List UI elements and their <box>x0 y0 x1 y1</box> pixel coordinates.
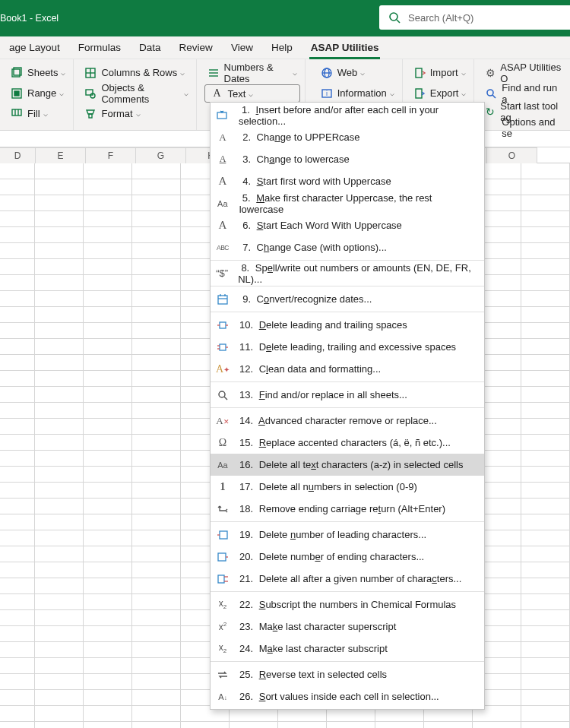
menu-item[interactable]: A4. Start first word with Uppercase <box>211 170 484 192</box>
cell[interactable] <box>84 483 132 499</box>
cell[interactable] <box>0 658 35 674</box>
menu-item[interactable]: A3. Change to lowercase <box>211 148 484 170</box>
cell[interactable] <box>35 419 84 435</box>
cell[interactable] <box>0 578 35 594</box>
tab-asap-utilities[interactable]: ASAP Utilities <box>302 36 388 59</box>
cell[interactable] <box>84 674 132 690</box>
cell[interactable] <box>132 291 181 307</box>
cell[interactable] <box>521 706 570 722</box>
tab-review[interactable]: Review <box>170 36 222 59</box>
cell[interactable] <box>84 658 132 674</box>
menu-item[interactable]: “$”8. Spell/write out numbers or amounts… <box>211 262 484 284</box>
cell[interactable] <box>35 291 84 307</box>
cell[interactable] <box>132 259 181 275</box>
tab-data[interactable]: Data <box>130 36 170 59</box>
tab-page-layout[interactable]: age Layout <box>0 36 69 59</box>
cell[interactable] <box>521 307 570 323</box>
cell[interactable] <box>521 530 570 546</box>
cell[interactable] <box>0 387 35 403</box>
cell[interactable] <box>84 514 132 530</box>
cell[interactable] <box>35 275 84 291</box>
cell[interactable] <box>35 179 84 195</box>
cell[interactable] <box>35 626 84 642</box>
cell[interactable] <box>521 371 570 387</box>
cell[interactable] <box>84 610 132 626</box>
cell[interactable] <box>521 259 570 275</box>
cell[interactable] <box>132 451 181 467</box>
cell[interactable] <box>278 722 327 728</box>
cell[interactable] <box>521 291 570 307</box>
sheets-button[interactable]: Sheets⌵ <box>8 62 68 83</box>
cell[interactable] <box>132 674 181 690</box>
cell[interactable] <box>35 722 84 728</box>
cell[interactable] <box>84 243 132 259</box>
cell[interactable] <box>521 674 570 690</box>
cell[interactable] <box>35 674 84 690</box>
cell[interactable] <box>0 211 35 227</box>
cell[interactable] <box>35 610 84 626</box>
menu-item[interactable]: x224. Make last character subscript <box>211 638 484 660</box>
cell[interactable] <box>84 546 132 562</box>
cell[interactable] <box>521 467 570 483</box>
cell[interactable] <box>521 227 570 243</box>
cell[interactable] <box>132 483 181 499</box>
cell[interactable] <box>375 722 424 728</box>
menu-item[interactable]: 19. Delete number of leading characters.… <box>211 524 484 546</box>
menu-item[interactable]: 11. Delete leading, trailing and excessi… <box>211 336 484 358</box>
cell[interactable] <box>132 626 181 642</box>
cell[interactable] <box>35 578 84 594</box>
cell[interactable] <box>35 355 84 371</box>
cell[interactable] <box>35 307 84 323</box>
cell[interactable] <box>0 483 35 499</box>
options-settings-button[interactable]: Options and se <box>482 120 565 135</box>
cell[interactable] <box>521 483 570 499</box>
cell[interactable] <box>0 626 35 642</box>
cell[interactable] <box>132 163 181 179</box>
cell[interactable] <box>132 323 181 339</box>
cell[interactable] <box>0 195 35 211</box>
cell[interactable] <box>84 626 132 642</box>
cell[interactable] <box>35 451 84 467</box>
menu-item[interactable]: A6. Start Each Word With Uppercase <box>211 214 484 236</box>
menu-item[interactable]: 10. Delete leading and trailing spaces <box>211 314 484 336</box>
cell[interactable] <box>132 658 181 674</box>
cell[interactable] <box>132 499 181 514</box>
cell[interactable] <box>84 355 132 371</box>
cell[interactable] <box>132 195 181 211</box>
cell[interactable] <box>521 435 570 451</box>
cell[interactable] <box>35 163 84 179</box>
numbers-dates-button[interactable]: Numbers & Dates⌵ <box>204 62 300 83</box>
cell[interactable] <box>0 499 35 514</box>
cell[interactable] <box>0 562 35 578</box>
cell[interactable] <box>132 706 181 722</box>
menu-item[interactable]: x223. Make last character superscript <box>211 616 484 638</box>
cell[interactable] <box>84 371 132 387</box>
column-header[interactable]: O <box>487 147 537 163</box>
cell[interactable] <box>35 530 84 546</box>
tab-formulas[interactable]: Formulas <box>69 36 130 59</box>
menu-item[interactable]: A↓26. Sort values inside each cell in se… <box>211 685 484 707</box>
cell[interactable] <box>84 339 132 355</box>
cell[interactable] <box>132 339 181 355</box>
cell[interactable] <box>521 403 570 419</box>
cell[interactable] <box>84 163 132 179</box>
cell[interactable] <box>521 323 570 339</box>
cell[interactable] <box>35 658 84 674</box>
menu-item[interactable]: 18. Remove ending carriage return (Alt+E… <box>211 498 484 520</box>
cell[interactable] <box>132 642 181 658</box>
cell[interactable] <box>84 195 132 211</box>
cell[interactable] <box>84 275 132 291</box>
menu-item[interactable]: x222. Subscript the numbers in Chemical … <box>211 593 484 616</box>
cell[interactable] <box>521 451 570 467</box>
menu-item[interactable]: 13. Find and/or replace in all sheets... <box>211 384 484 406</box>
cell[interactable] <box>35 243 84 259</box>
tab-help[interactable]: Help <box>262 36 302 59</box>
cell[interactable] <box>35 259 84 275</box>
cell[interactable] <box>84 291 132 307</box>
cell[interactable] <box>0 610 35 626</box>
cell[interactable] <box>35 642 84 658</box>
format-button[interactable]: Format⌵ <box>81 103 191 124</box>
cell[interactable] <box>0 530 35 546</box>
cell[interactable] <box>0 594 35 610</box>
menu-item[interactable]: A✦12. Clean data and formatting... <box>211 358 484 380</box>
